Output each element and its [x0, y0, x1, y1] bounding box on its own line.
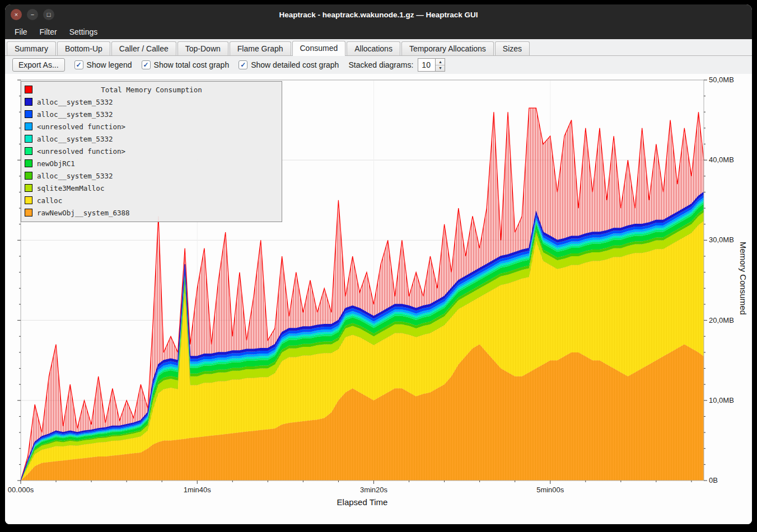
- legend-swatch: [25, 196, 32, 204]
- legend-label: newObjRC1: [37, 159, 75, 168]
- checkbox-label: Show legend: [87, 60, 132, 69]
- legend-label: alloc__system_5332: [37, 135, 113, 143]
- legend-label: alloc__system_5332: [37, 172, 113, 180]
- maximize-button[interactable]: □: [43, 9, 54, 20]
- tab-bottom-up[interactable]: Bottom-Up: [57, 41, 110, 55]
- toolbar-checkboxes: ✓Show legend✓Show total cost graph✓Show …: [74, 60, 339, 69]
- legend-item[interactable]: alloc__system_5332: [21, 170, 282, 182]
- legend-item[interactable]: sqlite3MemMalloc: [21, 182, 282, 194]
- x-tick-label: 00.000s: [8, 486, 34, 494]
- legend-label: <unresolved function>: [37, 123, 125, 131]
- tab-allocations[interactable]: Allocations: [347, 41, 400, 55]
- legend-item[interactable]: rawNewObj__system_6388: [21, 206, 282, 219]
- export-as-button[interactable]: Export As...: [12, 58, 65, 72]
- checkbox-box[interactable]: ✓: [74, 60, 83, 69]
- chart-panel: Total Memory Consumption alloc__system_5…: [5, 74, 752, 524]
- tab-top-down[interactable]: Top-Down: [177, 41, 228, 55]
- x-tick-label: 1min40s: [184, 486, 211, 494]
- close-button[interactable]: ×: [11, 9, 22, 20]
- chart-legend: Total Memory Consumption alloc__system_5…: [21, 81, 282, 222]
- toolbar: Export As... ✓Show legend✓Show total cos…: [5, 56, 752, 74]
- legend-swatch: [25, 147, 32, 155]
- legend-swatch: [25, 110, 32, 118]
- tab-caller-callee[interactable]: Caller / Callee: [111, 41, 176, 55]
- menu-settings[interactable]: Settings: [63, 26, 104, 38]
- checkbox-show-legend[interactable]: ✓Show legend: [74, 60, 132, 69]
- legend-swatch: [25, 209, 32, 216]
- checkbox-box[interactable]: ✓: [239, 60, 247, 69]
- stacked-diagrams-value[interactable]: 10: [418, 58, 436, 72]
- spin-up-icon[interactable]: ▲: [436, 59, 445, 65]
- total-swatch: [25, 86, 32, 93]
- legend-label: <unresolved function>: [37, 147, 125, 156]
- x-axis-title: Elapsed Time: [21, 497, 704, 507]
- legend-label: alloc__system_5332: [37, 110, 113, 119]
- y-tick-label: 20,0MB: [709, 316, 734, 324]
- legend-title-row: Total Memory Consumption: [21, 83, 282, 96]
- legend-label: alloc__system_5332: [37, 98, 113, 106]
- legend-swatch: [25, 184, 32, 192]
- legend-item[interactable]: alloc__system_5332: [21, 133, 282, 145]
- legend-item[interactable]: alloc__system_5332: [21, 96, 282, 108]
- menu-file[interactable]: File: [8, 26, 34, 38]
- legend-label: sqlite3MemMalloc: [37, 184, 104, 192]
- tab-summary[interactable]: Summary: [7, 41, 56, 55]
- minimize-button[interactable]: −: [27, 9, 38, 20]
- y-tick-label: 10,0MB: [709, 396, 734, 404]
- legend-swatch: [25, 123, 32, 130]
- y-tick-label: 50,0MB: [709, 76, 734, 84]
- spin-down-icon[interactable]: ▼: [436, 65, 445, 72]
- stacked-diagrams-spinbox: 10 ▲ ▼: [418, 58, 445, 72]
- tab-temporary-allocations[interactable]: Temporary Allocations: [401, 41, 494, 55]
- legend-item[interactable]: calloc: [21, 194, 282, 206]
- titlebar: × − □ Heaptrack - heaptrack.wakunode.1.g…: [5, 4, 752, 25]
- menu-filter[interactable]: Filter: [34, 26, 63, 38]
- y-axis-title: Memory Consumed: [739, 242, 748, 315]
- heaptrack-window: × − □ Heaptrack - heaptrack.wakunode.1.g…: [5, 4, 752, 524]
- tab-bar: SummaryBottom-UpCaller / CalleeTop-DownF…: [5, 39, 752, 56]
- y-tick-label: 30,0MB: [709, 236, 734, 244]
- legend-label: calloc: [37, 196, 62, 205]
- x-tick-label: 3min20s: [360, 486, 387, 494]
- legend-item[interactable]: <unresolved function>: [21, 145, 282, 157]
- legend-swatch: [25, 172, 32, 180]
- tab-sizes[interactable]: Sizes: [495, 41, 530, 55]
- checkbox-show-detailed-cost-graph[interactable]: ✓Show detailed cost graph: [239, 60, 339, 69]
- y-tick-label: 40,0MB: [709, 156, 734, 164]
- legend-swatch: [25, 159, 32, 167]
- window-title: Heaptrack - heaptrack.wakunode.1.gz — He…: [5, 11, 752, 19]
- tab-flame-graph[interactable]: Flame Graph: [230, 41, 291, 55]
- legend-swatch: [25, 135, 32, 143]
- legend-item[interactable]: alloc__system_5332: [21, 108, 282, 120]
- legend-item[interactable]: <unresolved function>: [21, 120, 282, 133]
- checkbox-show-total-cost-graph[interactable]: ✓Show total cost graph: [142, 60, 230, 69]
- y-tick-label: 0B: [709, 476, 718, 484]
- checkbox-label: Show detailed cost graph: [251, 60, 339, 69]
- checkbox-label: Show total cost graph: [154, 60, 230, 69]
- checkbox-box[interactable]: ✓: [142, 60, 151, 69]
- tab-consumed[interactable]: Consumed: [292, 41, 346, 56]
- legend-label: rawNewObj__system_6388: [37, 209, 130, 217]
- legend-swatch: [25, 98, 32, 106]
- stacked-diagrams-label: Stacked diagrams:: [348, 60, 413, 69]
- legend-title: Total Memory Consumption: [101, 86, 202, 94]
- menubar: FileFilterSettings: [5, 25, 752, 39]
- x-tick-label: 5min00s: [536, 486, 564, 494]
- stacked-diagrams-group: Stacked diagrams: 10 ▲ ▼: [348, 58, 445, 72]
- legend-item[interactable]: newObjRC1: [21, 157, 282, 170]
- legend-rows: alloc__system_5332alloc__system_5332<unr…: [21, 96, 282, 219]
